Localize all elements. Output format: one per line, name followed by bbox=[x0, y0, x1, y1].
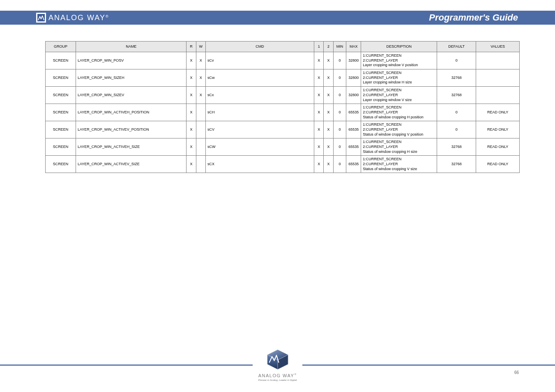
table-cell: SCREEN bbox=[46, 156, 76, 173]
table-row: SCREENLAYER_CROP_WIN_ACTIVEV_POSITIONXsC… bbox=[46, 121, 520, 138]
table-cell: SCREEN bbox=[46, 121, 76, 138]
command-table: GROUP NAME R W CMD 1 2 MIN MAX DESCRIPTI… bbox=[45, 41, 520, 173]
table-cell: 0 bbox=[437, 104, 476, 121]
footer-center: ANALOG WAY® Pioneer in Analog, Leader in… bbox=[253, 348, 303, 381]
table-row: SCREENLAYER_CROP_WIN_ACTIVEV_SIZEXsCXXX0… bbox=[46, 156, 520, 173]
table-cell: 0 bbox=[333, 121, 346, 138]
table-cell: X bbox=[187, 87, 196, 104]
th-cmd: CMD bbox=[205, 42, 314, 52]
th-group: GROUP bbox=[46, 42, 76, 52]
th-w: W bbox=[196, 42, 205, 52]
table-cell: X bbox=[196, 69, 205, 87]
table-cell bbox=[196, 104, 205, 121]
th-1: 1 bbox=[314, 42, 324, 52]
table-header-row: GROUP NAME R W CMD 1 2 MIN MAX DESCRIPTI… bbox=[46, 42, 520, 52]
table-cell: 1:CURRENT_SCREEN 2:CURRENT_LAYER Layer c… bbox=[361, 52, 437, 69]
table-cell: X bbox=[324, 156, 333, 173]
table-cell: 0 bbox=[437, 121, 476, 138]
table-cell: SCREEN bbox=[46, 52, 76, 69]
table-cell: LAYER_CROP_WIN_ACTIVEV_SIZE bbox=[76, 156, 186, 173]
th-description: DESCRIPTION bbox=[361, 42, 437, 52]
table-cell: READ ONLY bbox=[476, 121, 520, 138]
table-cell: 32800 bbox=[346, 52, 361, 69]
th-r: R bbox=[187, 42, 196, 52]
brand-name: ANALOG WAY® bbox=[48, 14, 109, 22]
header-bar: ANALOG WAY® Programmer's Guide bbox=[0, 11, 555, 25]
table-cell: X bbox=[314, 121, 324, 138]
table-cell: X bbox=[314, 156, 324, 173]
table-cell: 1:CURRENT_SCREEN 2:CURRENT_LAYER Status … bbox=[361, 138, 437, 156]
table-cell: X bbox=[324, 52, 333, 69]
table-cell: X bbox=[314, 52, 324, 69]
table-cell: sCH bbox=[205, 104, 314, 121]
table-cell: 1:CURRENT_SCREEN 2:CURRENT_LAYER Layer c… bbox=[361, 69, 437, 87]
table-cell: X bbox=[187, 121, 196, 138]
table-cell: X bbox=[187, 52, 196, 69]
th-max: MAX bbox=[346, 42, 361, 52]
table-cell: 32768 bbox=[437, 87, 476, 104]
svg-rect-0 bbox=[37, 14, 45, 21]
table-cell: SCREEN bbox=[46, 104, 76, 121]
table-cell: 0 bbox=[333, 138, 346, 156]
table-cell bbox=[476, 87, 520, 104]
table-cell: SCREEN bbox=[46, 87, 76, 104]
table-cell: X bbox=[314, 138, 324, 156]
table-cell: LAYER_CROP_WIN_ACTIVEV_POSITION bbox=[76, 121, 186, 138]
table-cell: X bbox=[196, 87, 205, 104]
table-cell: X bbox=[324, 87, 333, 104]
table-cell: sCv bbox=[205, 52, 314, 69]
th-values: VALUES bbox=[476, 42, 520, 52]
table-cell: X bbox=[324, 104, 333, 121]
page-title: Programmer's Guide bbox=[429, 12, 518, 23]
footer-brand: ANALOG WAY® bbox=[258, 373, 297, 378]
header-left: ANALOG WAY® bbox=[36, 13, 109, 23]
footer-tagline: Pioneer in Analog, Leader in Digital bbox=[258, 379, 297, 381]
table-cell: 65535 bbox=[346, 138, 361, 156]
footer-rule-left bbox=[0, 364, 253, 366]
table-cell bbox=[476, 69, 520, 87]
table-cell: X bbox=[314, 87, 324, 104]
table-cell: LAYER_CROP_WIN_ACTIVEH_POSITION bbox=[76, 104, 186, 121]
table-cell: X bbox=[187, 138, 196, 156]
table-cell: LAYER_CROP_WIN_POSV bbox=[76, 52, 186, 69]
table-cell: 65535 bbox=[346, 156, 361, 173]
table-row: SCREENLAYER_CROP_WIN_SIZEHXXsCwXX0328001… bbox=[46, 69, 520, 87]
table-cell: 0 bbox=[333, 104, 346, 121]
table-cell: LAYER_CROP_WIN_SIZEH bbox=[76, 69, 186, 87]
table-cell: 32800 bbox=[346, 87, 361, 104]
table-cell: SCREEN bbox=[46, 138, 76, 156]
th-min: MIN bbox=[333, 42, 346, 52]
table-cell: X bbox=[187, 156, 196, 173]
table-cell: 32768 bbox=[437, 156, 476, 173]
table-cell: X bbox=[324, 121, 333, 138]
table-cell: 0 bbox=[333, 156, 346, 173]
table-cell: 1:CURRENT_SCREEN 2:CURRENT_LAYER Status … bbox=[361, 121, 437, 138]
table-cell: 32768 bbox=[437, 69, 476, 87]
footer-cube-icon bbox=[265, 348, 290, 372]
table-cell: READ ONLY bbox=[476, 104, 520, 121]
table-cell: READ ONLY bbox=[476, 156, 520, 173]
table-cell: READ ONLY bbox=[476, 138, 520, 156]
table-cell: 1:CURRENT_SCREEN 2:CURRENT_LAYER Status … bbox=[361, 104, 437, 121]
table-cell: LAYER_CROP_WIN_SIZEV bbox=[76, 87, 186, 104]
th-2: 2 bbox=[324, 42, 333, 52]
table-cell: 0 bbox=[437, 52, 476, 69]
table-cell: X bbox=[324, 69, 333, 87]
table-cell: sCV bbox=[205, 121, 314, 138]
table-cell: sCX bbox=[205, 156, 314, 173]
table-cell bbox=[196, 156, 205, 173]
table-cell: X bbox=[187, 69, 196, 87]
table-cell: X bbox=[314, 104, 324, 121]
table-cell bbox=[196, 138, 205, 156]
table-row: SCREENLAYER_CROP_WIN_SIZEVXXsCxXX0328001… bbox=[46, 87, 520, 104]
table-cell: LAYER_CROP_WIN_ACTIVEH_SIZE bbox=[76, 138, 186, 156]
table-cell: 1:CURRENT_SCREEN 2:CURRENT_LAYER Layer c… bbox=[361, 87, 437, 104]
table-cell: 0 bbox=[333, 52, 346, 69]
table-cell: 1:CURRENT_SCREEN 2:CURRENT_LAYER Status … bbox=[361, 156, 437, 173]
brand-logo-icon bbox=[36, 13, 46, 23]
table-cell: 65535 bbox=[346, 121, 361, 138]
table-cell: 0 bbox=[333, 69, 346, 87]
table-cell: X bbox=[187, 104, 196, 121]
table-body: SCREENLAYER_CROP_WIN_POSVXXsCvXX0328001:… bbox=[46, 52, 520, 173]
table-cell bbox=[196, 121, 205, 138]
